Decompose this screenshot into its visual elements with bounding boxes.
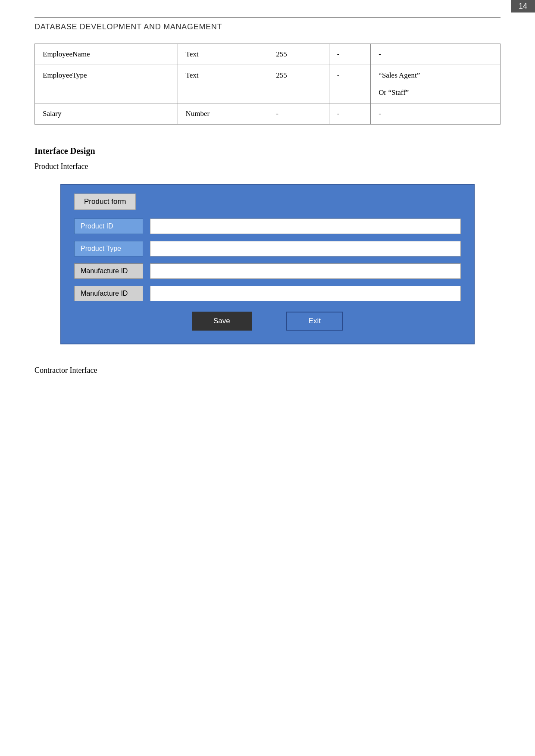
product-interface-label: Product Interface bbox=[34, 162, 501, 171]
field-label: Product ID bbox=[74, 219, 143, 234]
table-cell: Text bbox=[178, 44, 268, 65]
contractor-interface-label: Contractor Interface bbox=[34, 366, 501, 375]
employee-table: EmployeeNameText255--EmployeeTypeText255… bbox=[34, 44, 501, 125]
table-cell: - bbox=[268, 103, 329, 125]
table-cell: - bbox=[329, 44, 371, 65]
field-input[interactable] bbox=[150, 219, 461, 234]
table-cell: EmployeeType bbox=[35, 65, 178, 103]
table-cell: Salary bbox=[35, 103, 178, 125]
form-buttons-row: Save Exit bbox=[74, 312, 461, 331]
table-cell: 255 bbox=[268, 44, 329, 65]
section-title: Interface Design bbox=[34, 146, 501, 156]
table-cell: - bbox=[329, 65, 371, 103]
form-field-row: Manufacture ID bbox=[74, 286, 461, 301]
table-cell: “Sales Agent” Or “Staff” bbox=[371, 65, 501, 103]
field-input[interactable] bbox=[150, 286, 461, 301]
interface-design-section: Interface Design Product Interface Produ… bbox=[34, 146, 501, 375]
table-cell: - bbox=[371, 103, 501, 125]
table-cell: - bbox=[329, 103, 371, 125]
form-title-button[interactable]: Product form bbox=[74, 194, 136, 210]
field-label: Manufacture ID bbox=[74, 286, 143, 301]
form-mockup-wrapper: Product form Product IDProduct TypeManuf… bbox=[60, 184, 475, 344]
form-fields-container: Product IDProduct TypeManufacture IDManu… bbox=[74, 219, 461, 301]
page-header: DATABASE DEVELOPMENT AND MANAGEMENT bbox=[34, 17, 501, 31]
page-number: 14 bbox=[511, 0, 535, 12]
table-cell: Number bbox=[178, 103, 268, 125]
field-label: Manufacture ID bbox=[74, 263, 143, 279]
table-cell: Text bbox=[178, 65, 268, 103]
form-field-row: Manufacture ID bbox=[74, 263, 461, 279]
exit-button[interactable]: Exit bbox=[286, 312, 343, 331]
table-cell: - bbox=[371, 44, 501, 65]
table-cell: EmployeeName bbox=[35, 44, 178, 65]
form-field-row: Product Type bbox=[74, 241, 461, 256]
form-field-row: Product ID bbox=[74, 219, 461, 234]
field-input[interactable] bbox=[150, 241, 461, 256]
product-form-mockup: Product form Product IDProduct TypeManuf… bbox=[60, 184, 475, 344]
field-label: Product Type bbox=[74, 241, 143, 256]
table-cell: 255 bbox=[268, 65, 329, 103]
field-input[interactable] bbox=[150, 263, 461, 279]
save-button[interactable]: Save bbox=[192, 312, 252, 331]
